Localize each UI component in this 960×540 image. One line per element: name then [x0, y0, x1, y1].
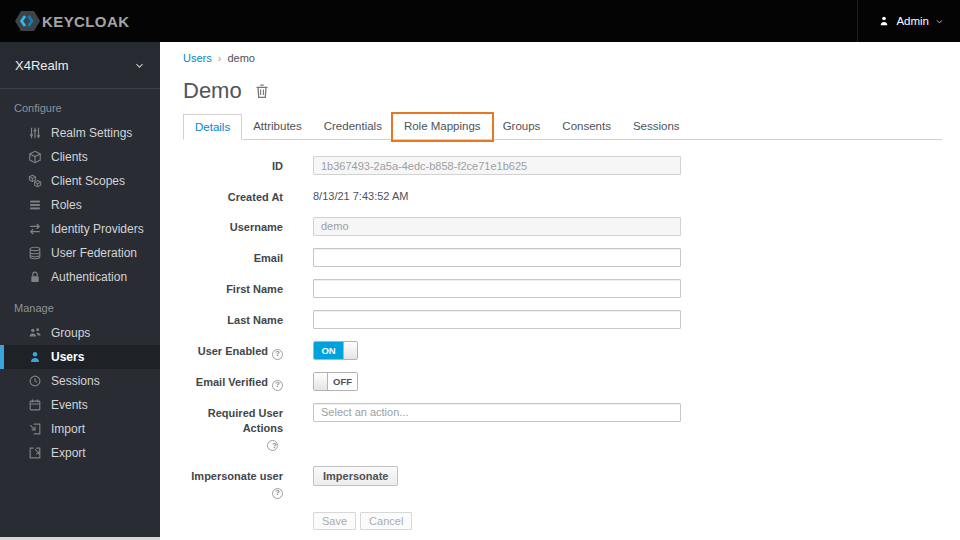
sidebar-item-label: Client Scopes	[51, 174, 125, 188]
form-row-actions: Save Cancel	[183, 512, 942, 530]
impersonate-button[interactable]: Impersonate	[313, 466, 398, 486]
id-label: ID	[183, 156, 283, 174]
tab-credentials[interactable]: Credentials	[313, 114, 393, 139]
user-enabled-toggle[interactable]: ON	[313, 341, 358, 360]
main-content: Users › demo Demo Details Attributes Cre…	[160, 42, 960, 540]
sidebar-section-manage: Manage	[0, 289, 160, 321]
realm-name: X4Realm	[15, 58, 68, 73]
sidebar-item-label: Authentication	[51, 270, 127, 284]
form-row-last-name: Last Name	[183, 310, 942, 329]
tab-sessions[interactable]: Sessions	[622, 114, 691, 139]
sidebar-item-export[interactable]: Export	[0, 441, 160, 465]
sidebar-item-label: Events	[51, 398, 88, 412]
first-name-label: First Name	[183, 279, 283, 297]
sidebar-item-label: Sessions	[51, 374, 100, 388]
tab-bar: Details Attributes Credentials Role Mapp…	[183, 114, 942, 140]
page-title: Demo	[183, 78, 242, 104]
username-label: Username	[183, 217, 283, 235]
sidebar-item-users[interactable]: Users	[0, 345, 160, 369]
keycloak-logo-icon	[14, 9, 41, 33]
sidebar-item-realm-settings[interactable]: Realm Settings	[0, 121, 160, 145]
sidebar-item-label: Import	[51, 422, 85, 436]
tab-attributes[interactable]: Attributes	[242, 114, 313, 139]
sidebar: X4Realm Configure Realm Settings Clients…	[0, 42, 160, 537]
last-name-label: Last Name	[183, 310, 283, 328]
impersonate-user-label: Impersonate user?	[183, 466, 283, 500]
email-verified-label: Email Verified?	[183, 372, 283, 391]
help-icon: ?	[267, 440, 278, 451]
last-name-field[interactable]	[313, 310, 681, 329]
actions-spacer	[183, 512, 283, 515]
email-verified-toggle[interactable]: OFF	[313, 372, 358, 391]
breadcrumb-separator: ›	[218, 52, 222, 64]
brand-text: KEYCLOAK	[42, 13, 129, 30]
sidebar-section-configure: Configure	[0, 89, 160, 121]
sidebar-item-label: Identity Providers	[51, 222, 144, 236]
help-icon: ?	[272, 380, 283, 391]
tab-role-mappings[interactable]: Role Mappings	[393, 114, 492, 139]
sidebar-item-clients[interactable]: Clients	[0, 145, 160, 169]
form-row-required-user-actions: Required User Actions?	[183, 403, 942, 451]
toggle-knob	[343, 342, 357, 359]
sidebar-item-groups[interactable]: Groups	[0, 321, 160, 345]
required-user-actions-select[interactable]	[313, 403, 681, 422]
topbar: KEYCLOAK Admin	[0, 0, 960, 42]
exchange-arrows-icon	[28, 222, 42, 236]
clock-icon	[28, 374, 42, 388]
sidebar-item-sessions[interactable]: Sessions	[0, 369, 160, 393]
user-menu[interactable]: Admin	[857, 0, 944, 42]
keycloak-logo: KEYCLOAK	[14, 9, 129, 33]
cubes-icon	[28, 174, 42, 188]
sidebar-item-label: Roles	[51, 198, 82, 212]
user-enabled-label: User Enabled?	[183, 341, 283, 360]
breadcrumb: Users › demo	[183, 52, 942, 64]
form-row-created-at: Created At 8/13/21 7:43:52 AM	[183, 187, 942, 205]
form-actions: Save Cancel	[313, 512, 412, 530]
keycloak-admin-console: KEYCLOAK Admin X4Realm Configure Realm S…	[0, 0, 960, 540]
id-field	[313, 156, 681, 175]
cancel-button[interactable]: Cancel	[360, 512, 412, 530]
chevron-down-icon	[935, 17, 944, 26]
form-row-first-name: First Name	[183, 279, 942, 298]
sidebar-item-client-scopes[interactable]: Client Scopes	[0, 169, 160, 193]
sidebar-item-roles[interactable]: Roles	[0, 193, 160, 217]
user-icon	[28, 350, 42, 364]
created-at-value: 8/13/21 7:43:52 AM	[313, 187, 408, 202]
sidebar-item-label: Users	[51, 350, 84, 364]
toggle-off-label: OFF	[328, 373, 357, 390]
tab-groups[interactable]: Groups	[492, 114, 552, 139]
sliders-icon	[28, 126, 42, 140]
breadcrumb-users-link[interactable]: Users	[183, 52, 212, 64]
form-row-impersonate: Impersonate user? Impersonate	[183, 466, 942, 500]
export-icon	[28, 446, 42, 460]
form-row-id: ID	[183, 156, 942, 175]
toggle-on-label: ON	[314, 342, 343, 359]
trash-icon[interactable]	[254, 83, 270, 100]
user-menu-label: Admin	[896, 15, 929, 27]
sidebar-item-user-federation[interactable]: User Federation	[0, 241, 160, 265]
first-name-field[interactable]	[313, 279, 681, 298]
sidebar-item-label: Export	[51, 446, 86, 460]
toggle-knob	[314, 373, 328, 390]
save-button[interactable]: Save	[313, 512, 356, 530]
tab-consents[interactable]: Consents	[551, 114, 622, 139]
sidebar-item-events[interactable]: Events	[0, 393, 160, 417]
form-row-email-verified: Email Verified? OFF	[183, 372, 942, 391]
created-at-label: Created At	[183, 187, 283, 205]
sidebar-item-import[interactable]: Import	[0, 417, 160, 441]
tab-details[interactable]: Details	[183, 114, 242, 140]
list-icon	[28, 198, 42, 212]
sidebar-item-identity-providers[interactable]: Identity Providers	[0, 217, 160, 241]
calendar-icon	[28, 398, 42, 412]
sidebar-item-authentication[interactable]: Authentication	[0, 265, 160, 289]
tab-role-mappings-label: Role Mappings	[404, 120, 481, 132]
form-row-username: Username	[183, 217, 942, 236]
username-field	[313, 217, 681, 236]
database-icon	[28, 246, 42, 260]
title-row: Demo	[183, 78, 942, 104]
realm-selector[interactable]: X4Realm	[0, 42, 160, 89]
cube-icon	[28, 150, 42, 164]
help-icon: ?	[272, 488, 283, 499]
email-field[interactable]	[313, 248, 681, 267]
sidebar-item-label: Realm Settings	[51, 126, 132, 140]
